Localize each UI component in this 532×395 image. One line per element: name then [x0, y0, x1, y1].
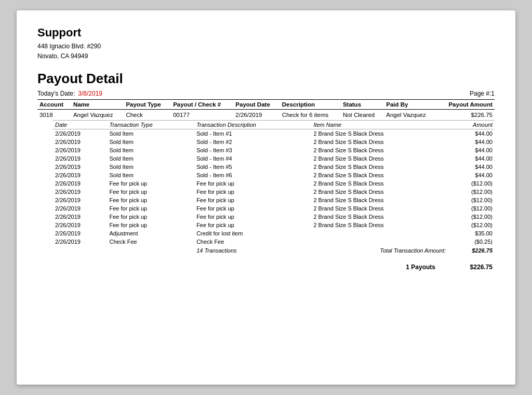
col-payout-date: Payout Date — [233, 100, 280, 110]
tx-description: Sold - Item #3 — [194, 146, 311, 154]
account-payout-type: Check — [124, 110, 171, 121]
tx-date: 2/26/2019 — [53, 221, 107, 229]
transaction-row: 2/26/2019 Fee for pick up Fee for pick u… — [53, 204, 495, 213]
tx-item-name — [311, 238, 448, 246]
tx-description: Sold - Item #5 — [194, 163, 311, 171]
summary-empty — [53, 246, 107, 255]
tx-type: Sold Item — [107, 163, 194, 171]
tx-type: Sold Item — [107, 154, 194, 163]
tx-amount: $35.00 — [448, 229, 495, 238]
inner-header-row: Date Transaction Type Transaction Descri… — [53, 121, 495, 129]
account-paid-by: Angel Vazquez — [384, 110, 437, 121]
tx-item-name: 2 Brand Size S Black Dress — [311, 188, 448, 196]
tx-description: Credit for lost item — [194, 229, 311, 238]
account-row: 3018 Angel Vazquez Check 00177 2/26/2019… — [37, 110, 495, 121]
summary-row: 14 Transactions Total Transaction Amount… — [53, 246, 495, 255]
company-header: Support 448 Ignacio Blvd. #290 Novato, C… — [37, 26, 495, 61]
inner-col-amount: Amount — [448, 121, 495, 129]
grand-totals-amount: $226.75 — [456, 264, 493, 271]
tx-type: Sold Item — [107, 171, 194, 179]
tx-type: Adjustment — [107, 229, 194, 238]
tx-item-name: 2 Brand Size S Black Dress — [311, 154, 448, 163]
tx-type: Fee for pick up — [107, 213, 194, 221]
tx-amount: ($12.00) — [448, 221, 495, 229]
tx-description: Fee for pick up — [194, 179, 311, 188]
tx-item-name — [311, 229, 448, 238]
tx-date: 2/26/2019 — [53, 179, 107, 188]
tx-type: Sold Item — [107, 146, 194, 154]
page-number: Page #:1 — [470, 90, 495, 97]
col-status: Status — [341, 100, 384, 110]
transaction-row: 2/26/2019 Sold Item Sold - Item #6 2 Bra… — [53, 171, 495, 179]
tx-item-name: 2 Brand Size S Black Dress — [311, 213, 448, 221]
account-number: 3018 — [37, 110, 71, 121]
tx-amount: ($0.25) — [448, 238, 495, 246]
col-paid-by: Paid By — [384, 100, 437, 110]
transaction-row: 2/26/2019 Sold Item Sold - Item #1 2 Bra… — [53, 129, 495, 138]
transaction-row: 2/26/2019 Sold Item Sold - Item #2 2 Bra… — [53, 138, 495, 146]
summary-total-label: Total Transaction Amount: — [311, 246, 448, 255]
report-page: Support 448 Ignacio Blvd. #290 Novato, C… — [17, 10, 515, 385]
tx-amount: $44.00 — [448, 138, 495, 146]
main-table: Account Name Payout Type Payout / Check … — [37, 99, 495, 255]
today-label: Today's Date: — [37, 90, 75, 97]
account-name: Angel Vazquez — [71, 110, 124, 121]
tx-amount: $44.00 — [448, 163, 495, 171]
col-account: Account — [37, 100, 71, 110]
tx-item-name: 2 Brand Size S Black Dress — [311, 204, 448, 213]
transaction-row: 2/26/2019 Fee for pick up Fee for pick u… — [53, 196, 495, 204]
account-status: Not Cleared — [341, 110, 384, 121]
grand-totals-section: 1 Payouts $226.75 — [37, 264, 495, 271]
transaction-row: 2/26/2019 Check Fee Check Fee ($0.25) — [53, 238, 495, 246]
tx-date: 2/26/2019 — [53, 229, 107, 238]
tx-item-name: 2 Brand Size S Black Dress — [311, 179, 448, 188]
tx-amount: $44.00 — [448, 154, 495, 163]
account-payout-amount: $226.75 — [437, 110, 495, 121]
inner-col-desc: Transaction Description — [194, 121, 311, 129]
transaction-row: 2/26/2019 Fee for pick up Fee for pick u… — [53, 221, 495, 229]
tx-type: Sold Item — [107, 129, 194, 138]
transaction-row: 2/26/2019 Sold Item Sold - Item #3 2 Bra… — [53, 146, 495, 154]
tx-date: 2/26/2019 — [53, 204, 107, 213]
tx-description: Fee for pick up — [194, 213, 311, 221]
summary-empty2 — [107, 246, 194, 255]
grand-totals-label: 1 Payouts — [406, 264, 435, 271]
inner-table-row: Date Transaction Type Transaction Descri… — [37, 120, 495, 255]
company-address: 448 Ignacio Blvd. #290 Novato, CA 94949 — [37, 42, 495, 61]
tx-amount: ($12.00) — [448, 213, 495, 221]
transaction-row: 2/26/2019 Adjustment Credit for lost ite… — [53, 229, 495, 238]
tx-description: Fee for pick up — [194, 196, 311, 204]
tx-date: 2/26/2019 — [53, 163, 107, 171]
inner-col-date: Date — [53, 121, 107, 129]
today-value: 3/8/2019 — [78, 90, 102, 97]
transaction-row: 2/26/2019 Sold Item Sold - Item #5 2 Bra… — [53, 163, 495, 171]
tx-amount: ($12.00) — [448, 188, 495, 196]
inner-table: Date Transaction Type Transaction Descri… — [53, 120, 495, 255]
col-name: Name — [71, 100, 124, 110]
tx-description: Sold - Item #6 — [194, 171, 311, 179]
tx-date: 2/26/2019 — [53, 238, 107, 246]
summary-total-amount: $226.75 — [448, 246, 495, 255]
report-meta: Today's Date: 3/8/2019 Page #:1 — [37, 90, 495, 97]
tx-type: Fee for pick up — [107, 204, 194, 213]
tx-item-name: 2 Brand Size S Black Dress — [311, 129, 448, 138]
tx-amount: ($12.00) — [448, 196, 495, 204]
tx-description: Fee for pick up — [194, 221, 311, 229]
report-title: Payout Detail — [37, 71, 495, 87]
today-date: Today's Date: 3/8/2019 — [37, 90, 102, 97]
tx-amount: $44.00 — [448, 146, 495, 154]
tx-date: 2/26/2019 — [53, 129, 107, 138]
summary-count: 14 Transactions — [194, 246, 311, 255]
tx-amount: $44.00 — [448, 171, 495, 179]
tx-description: Fee for pick up — [194, 204, 311, 213]
tx-type: Sold Item — [107, 138, 194, 146]
tx-item-name: 2 Brand Size S Black Dress — [311, 171, 448, 179]
col-payout-type: Payout Type — [124, 100, 171, 110]
tx-description: Fee for pick up — [194, 188, 311, 196]
tx-type: Check Fee — [107, 238, 194, 246]
tx-description: Check Fee — [194, 238, 311, 246]
main-table-header-row: Account Name Payout Type Payout / Check … — [37, 100, 495, 110]
tx-item-name: 2 Brand Size S Black Dress — [311, 138, 448, 146]
tx-amount: ($12.00) — [448, 179, 495, 188]
tx-date: 2/26/2019 — [53, 146, 107, 154]
